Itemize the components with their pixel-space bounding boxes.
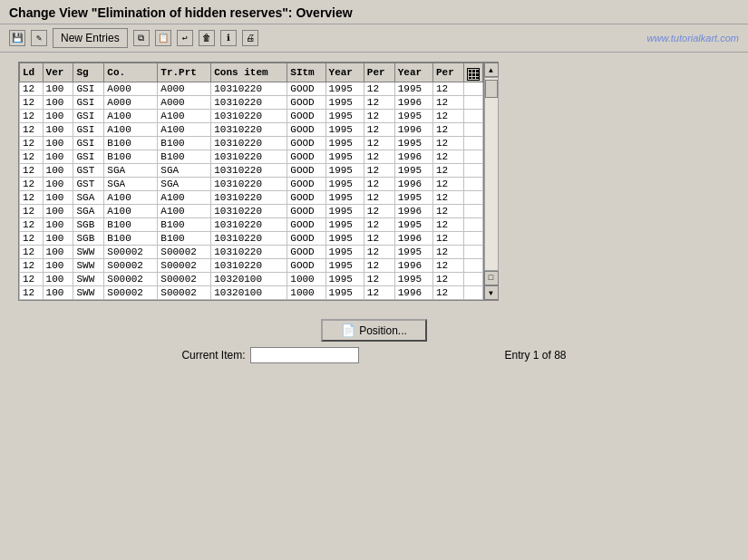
position-btn-label: Position... (359, 324, 407, 337)
table-cell: 12 (432, 150, 463, 164)
save-icon[interactable]: 💾 (9, 30, 25, 46)
scroll-track[interactable] (484, 77, 499, 271)
print-icon[interactable]: 🖨 (242, 30, 258, 46)
table-cell: 12 (20, 205, 44, 218)
table-cell: 1995 (325, 273, 364, 286)
table-cell: B100 (104, 137, 158, 150)
position-button[interactable]: 📄 Position... (321, 319, 427, 342)
scroll-up-btn[interactable]: ▲ (484, 63, 499, 77)
table-cell: B100 (104, 218, 158, 232)
table-cell: GOOD (287, 205, 325, 218)
table-cell: 10310220 (211, 178, 287, 191)
table-cell: 12 (364, 191, 394, 205)
table-cell: S00002 (158, 259, 211, 273)
table-cell: 12 (432, 286, 463, 300)
copy-icon[interactable]: ⧉ (133, 30, 150, 46)
title-bar: Change View "Elimination of hidden reser… (0, 0, 748, 24)
current-item-area: Current Item: (181, 347, 359, 363)
edit-icon[interactable]: ✎ (31, 30, 47, 46)
table-cell: 12 (432, 273, 463, 286)
table-cell: 1000 (287, 273, 325, 286)
table-scroll-area: Ld Ver Sg Co. Tr.Prt Cons item SItm Year… (19, 63, 483, 300)
table-cell-empty (464, 137, 483, 150)
table-cell: 100 (43, 218, 73, 232)
table-cell: 100 (43, 96, 73, 110)
table-cell: A000 (158, 96, 211, 110)
table-cell: A100 (158, 205, 211, 218)
table-cell: 12 (364, 96, 394, 110)
col-per2: Per (432, 63, 463, 82)
table-cell: 10320100 (211, 286, 287, 300)
table-cell: 12 (20, 191, 44, 205)
table-cell: 10310220 (211, 96, 287, 110)
table-cell: 12 (364, 178, 394, 191)
table-cell: SGA (158, 178, 211, 191)
table-body: 12100GSIA000A00010310220GOOD199512199512… (20, 82, 483, 300)
table-cell: GOOD (287, 123, 325, 137)
table-cell: GOOD (287, 191, 325, 205)
table-cell: A100 (158, 110, 211, 123)
table-cell: 12 (20, 82, 44, 96)
table-cell: 1995 (325, 286, 364, 300)
new-entries-button[interactable]: New Entries (53, 28, 128, 48)
vertical-scrollbar[interactable]: ▲ □ ▼ (483, 63, 498, 300)
table-row: 12100SGAA100A10010310220GOOD199512199612 (20, 205, 483, 218)
table-cell: GOOD (287, 82, 325, 96)
paste-icon[interactable]: 📋 (155, 30, 171, 46)
table-cell-empty (464, 150, 483, 164)
table-cell: 12 (364, 150, 394, 164)
col-settings[interactable] (464, 63, 483, 82)
table-cell: 12 (432, 246, 463, 259)
table-cell: 1995 (394, 218, 432, 232)
table-cell: S00002 (158, 286, 211, 300)
table-cell: SGA (104, 164, 158, 178)
toolbar: 💾 ✎ New Entries ⧉ 📋 ↩ 🗑 ℹ 🖨 www.tutorial… (0, 24, 748, 53)
table-cell: 1995 (325, 123, 364, 137)
current-item-input[interactable] (250, 347, 359, 363)
delete-icon[interactable]: 🗑 (199, 30, 215, 46)
scroll-thumb[interactable] (485, 80, 498, 98)
bottom-area: 📄 Position... Current Item: Entry 1 of 8… (9, 319, 739, 363)
table-cell: B100 (158, 232, 211, 246)
table-cell: 1995 (325, 82, 364, 96)
table-cell: 12 (20, 286, 44, 300)
table-cell: 1996 (394, 286, 432, 300)
table-cell-empty (464, 164, 483, 178)
table-cell: 1996 (394, 205, 432, 218)
table-cell: 12 (432, 110, 463, 123)
table-row: 12100SGBB100B10010310220GOOD199512199512 (20, 218, 483, 232)
table-cell: 12 (432, 259, 463, 273)
table-cell: GSI (73, 82, 104, 96)
table-cell: 10310220 (211, 150, 287, 164)
table-cell: 10310220 (211, 191, 287, 205)
table-cell-empty (464, 178, 483, 191)
table-cell: 1996 (394, 259, 432, 273)
table-cell: GOOD (287, 96, 325, 110)
table-row: 12100SGAA100A10010310220GOOD199512199512 (20, 191, 483, 205)
table-cell: GSI (73, 150, 104, 164)
table-cell: 12 (364, 259, 394, 273)
info-icon[interactable]: ℹ (220, 30, 237, 46)
table-cell-empty (464, 232, 483, 246)
table-cell: 1995 (325, 191, 364, 205)
table-row: 12100SWWS00002S0000210310220GOOD19951219… (20, 246, 483, 259)
table-cell-empty (464, 110, 483, 123)
table-cell: 1995 (325, 164, 364, 178)
table-cell: 12 (364, 232, 394, 246)
table-cell: 100 (43, 232, 73, 246)
entry-info: Entry 1 of 88 (504, 349, 566, 362)
table-cell: GOOD (287, 218, 325, 232)
table-cell: 12 (20, 246, 44, 259)
table-cell: 100 (43, 273, 73, 286)
table-cell: SGA (73, 191, 104, 205)
table-cell: S00002 (158, 273, 211, 286)
table-cell: 100 (43, 246, 73, 259)
scroll-down-btn[interactable]: ▼ (484, 285, 499, 300)
table-cell: SWW (73, 259, 104, 273)
undo-icon[interactable]: ↩ (177, 30, 193, 46)
table-cell: 12 (364, 205, 394, 218)
table-row: 12100GSIA100A10010310220GOOD199512199512 (20, 110, 483, 123)
table-cell: B100 (158, 218, 211, 232)
table-cell: 12 (432, 178, 463, 191)
table-cell: S00002 (104, 246, 158, 259)
